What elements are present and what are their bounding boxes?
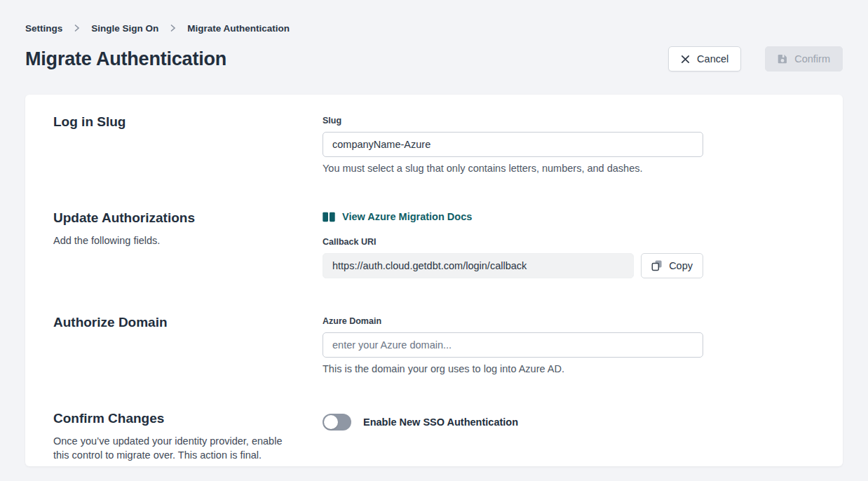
section-update-authorizations: Update Authorizations Add the following … xyxy=(53,209,843,278)
section-login-slug: Log in Slug Slug You must select a slug … xyxy=(53,113,843,174)
x-close-icon xyxy=(681,55,690,64)
azure-domain-input[interactable] xyxy=(323,332,703,358)
page-header: Settings Single Sign On Migrate Authenti… xyxy=(0,0,868,73)
settings-card: Log in Slug Slug You must select a slug … xyxy=(25,95,843,466)
copy-pages-icon xyxy=(651,259,663,271)
page-title: Migrate Authentication xyxy=(25,48,226,70)
slug-field-label: Slug xyxy=(323,116,703,126)
confirm-changes-description: Once you’ve updated your identity provid… xyxy=(53,434,287,462)
copy-button[interactable]: Copy xyxy=(641,253,703,278)
docs-link-label: View Azure Migration Docs xyxy=(342,211,472,222)
cancel-button[interactable]: Cancel xyxy=(668,46,741,72)
cancel-button-label: Cancel xyxy=(697,53,728,65)
chevron-right-icon xyxy=(74,24,80,32)
confirm-button[interactable]: Confirm xyxy=(765,46,843,72)
section-confirm-changes: Confirm Changes Once you’ve updated your… xyxy=(53,409,843,462)
header-actions: Cancel Confirm xyxy=(668,46,843,72)
confirm-button-label: Confirm xyxy=(794,53,830,65)
slug-input[interactable] xyxy=(323,132,703,157)
section-heading-login-slug: Log in Slug xyxy=(53,113,323,131)
update-authorizations-description: Add the following fields. xyxy=(53,233,287,248)
breadcrumb-settings[interactable]: Settings xyxy=(25,23,62,34)
enable-sso-toggle-label: Enable New SSO Authentication xyxy=(363,416,518,428)
breadcrumb-single-sign-on[interactable]: Single Sign On xyxy=(91,23,158,34)
view-azure-migration-docs-link[interactable]: View Azure Migration Docs xyxy=(323,210,472,224)
copy-button-label: Copy xyxy=(669,260,693,271)
azure-domain-field-label: Azure Domain xyxy=(323,316,703,326)
section-heading-update-authorizations: Update Authorizations xyxy=(53,209,323,227)
callback-uri-input[interactable] xyxy=(323,253,634,278)
save-floppy-icon xyxy=(778,54,787,64)
callback-uri-field-label: Callback URI xyxy=(323,237,703,247)
azure-domain-helper-text: This is the domain your org uses to log … xyxy=(323,363,703,374)
slug-helper-text: You must select a slug that only contain… xyxy=(323,163,703,174)
section-heading-confirm-changes: Confirm Changes xyxy=(53,409,323,428)
breadcrumb-migrate-authentication: Migrate Authentication xyxy=(187,23,290,34)
section-heading-authorize-domain: Authorize Domain xyxy=(53,313,323,332)
open-book-icon xyxy=(323,212,335,222)
toggle-knob-icon xyxy=(324,415,338,429)
section-authorize-domain: Authorize Domain Azure Domain This is th… xyxy=(53,313,843,374)
chevron-right-icon xyxy=(170,24,176,32)
breadcrumb: Settings Single Sign On Migrate Authenti… xyxy=(25,22,843,34)
enable-sso-toggle[interactable] xyxy=(323,414,351,431)
